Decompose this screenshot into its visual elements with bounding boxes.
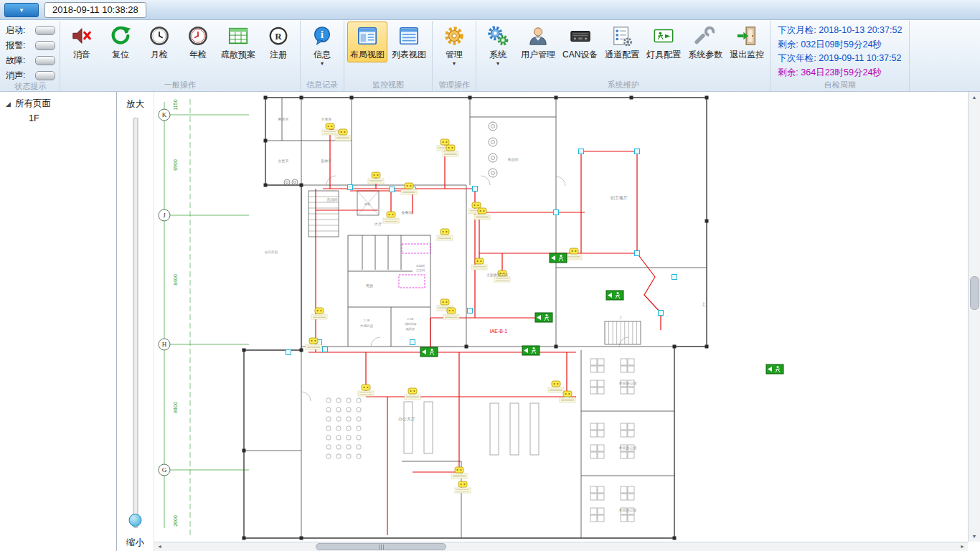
list-view-icon (398, 25, 420, 47)
svg-text:消防排烟: 消防排烟 (405, 322, 417, 326)
user-management-button[interactable]: 用户管理 (518, 22, 558, 62)
manage-button[interactable]: 管理▾ (435, 22, 473, 68)
vertical-scroll-thumb[interactable] (970, 276, 979, 310)
status-label: 消声: (6, 70, 32, 82)
button-label: 月检 (151, 49, 168, 61)
lamp-icon[interactable] (322, 123, 338, 135)
node-icon[interactable] (323, 347, 328, 352)
svg-text:J: J (163, 212, 166, 219)
scroll-down-arrow[interactable]: ▼ (969, 531, 980, 542)
ribbon-group-label: 一般操作 (63, 80, 297, 91)
zoom-in-label[interactable]: 放大 (117, 92, 154, 110)
node-icon[interactable] (468, 309, 473, 314)
exit-sign-icon[interactable] (550, 253, 567, 263)
register-icon: R (268, 25, 289, 47)
system-gears-icon (487, 25, 509, 47)
exit-sign-icon[interactable] (766, 364, 783, 374)
svg-text:2600: 2600 (173, 515, 178, 527)
node-icon[interactable] (635, 251, 640, 256)
svg-text:办公大厅: 办公大厅 (398, 416, 415, 421)
scroll-right-arrow[interactable]: ► (957, 542, 968, 551)
node-icon[interactable] (410, 340, 415, 345)
can-device-button[interactable]: CAN设备 (560, 22, 600, 62)
user-management-icon (527, 25, 549, 47)
monthly-check-button[interactable]: 月检 (141, 22, 178, 62)
svg-text:大厅: 大厅 (374, 222, 383, 226)
exit-sign-icon[interactable] (420, 347, 438, 357)
exit-sign-icon[interactable] (535, 313, 552, 322)
node-icon[interactable] (659, 311, 664, 316)
lamp-config-icon (653, 25, 674, 47)
node-icon[interactable] (473, 187, 478, 192)
node-icon[interactable] (348, 185, 353, 190)
reset-button[interactable]: 复位 (102, 22, 139, 62)
svg-text:8400: 8400 (173, 274, 178, 286)
list-view-button[interactable]: 列表视图 (389, 22, 429, 62)
lamp-icon[interactable] (548, 381, 564, 392)
ribbon-group-label: 监控视图 (347, 80, 429, 91)
system-params-button[interactable]: 系统参数 (685, 22, 725, 62)
lamp-icon[interactable] (471, 258, 487, 270)
evacuation-plan-button[interactable]: 疏散预案 (218, 22, 258, 62)
lamp-icon[interactable] (405, 388, 420, 400)
annual-check-button[interactable]: 年检 (179, 22, 217, 62)
svg-text:单间办公室: 单间办公室 (619, 446, 637, 451)
selfcheck-line: 剩余: 032日09时59分24秒 (778, 39, 902, 51)
node-icon[interactable] (672, 275, 677, 280)
horizontal-scrollbar[interactable]: ◄ ► (154, 542, 968, 551)
lamp-config-button[interactable]: 灯具配置 (644, 22, 684, 62)
lamp-icon[interactable] (311, 308, 327, 319)
exit-sign-icon[interactable] (522, 346, 540, 355)
lamp-icon[interactable] (566, 248, 582, 260)
node-icon[interactable] (635, 149, 640, 154)
caret-down-icon: ▾ (20, 6, 24, 14)
scroll-left-arrow[interactable]: ◄ (154, 542, 165, 551)
exit-monitor-button[interactable]: 退出监控 (727, 22, 767, 62)
lamp-icon[interactable] (451, 467, 467, 479)
lamp-icon[interactable] (383, 212, 399, 223)
channel-config-icon (611, 25, 633, 47)
grid-layer: KJHG11506900840084002600 (159, 99, 249, 537)
zoom-out-label[interactable]: 缩小 (117, 537, 154, 549)
layout-view-icon (357, 25, 378, 47)
svg-text:2-2B: 2-2B (407, 317, 414, 321)
lamp-icon[interactable] (437, 229, 453, 240)
ribbon-group-status: 启动:报警:故障:消声:状态提示 (1, 21, 60, 91)
ribbon-group-info-records: i信息▾信息记录 (301, 21, 344, 91)
system-button[interactable]: 系统▾ (479, 22, 517, 68)
layout-view-button[interactable]: 布局视图 (347, 22, 387, 62)
status-label: 启动: (6, 24, 32, 37)
floorplan-canvas[interactable]: KJHG11506900840084002600男更衣女更衣主食库副食库洗消间备… (154, 92, 965, 542)
evacuation-plan-icon (227, 25, 249, 47)
node-icon[interactable] (390, 187, 395, 192)
routes-layer (308, 126, 661, 535)
lamp-icon[interactable] (455, 481, 471, 493)
channel-config-button[interactable]: 通道配置 (602, 22, 642, 62)
exit-sign-icon[interactable] (606, 291, 623, 300)
tree-root-all-pages[interactable]: ◢ 所有页面 (0, 92, 116, 111)
vertical-scrollbar[interactable]: ▲ ▼ (968, 92, 980, 542)
labels-layer: 男更衣女更衣主食库副食库洗消间备餐间食品间职工餐厅主副食加工间大厅男厕无障碍卫生… (265, 117, 706, 513)
node-icon[interactable] (579, 149, 584, 154)
horizontal-scroll-thumb[interactable] (316, 543, 446, 550)
button-label: 退出监控 (730, 49, 764, 61)
node-icon[interactable] (554, 210, 559, 215)
scroll-up-arrow[interactable]: ▲ (969, 92, 980, 103)
ribbon-group-label: 信息记录 (303, 80, 341, 91)
tree-item-1f[interactable]: 1F (0, 111, 116, 123)
svg-text:上: 上 (619, 315, 623, 319)
ribbon-group-label: 管理操作 (435, 80, 473, 91)
node-icon[interactable] (286, 350, 291, 355)
zoom-slider-thumb[interactable] (129, 514, 142, 527)
register-button[interactable]: R注册 (260, 22, 297, 62)
quick-access-menu-button[interactable]: ▾ (4, 3, 39, 17)
svg-text:职工餐厅: 职工餐厅 (611, 195, 628, 200)
lamp-icon[interactable] (368, 172, 384, 184)
status-label: 故障: (6, 55, 32, 67)
zoom-slider-track[interactable] (133, 118, 138, 528)
svg-text:食品库房: 食品库房 (265, 250, 278, 254)
mute-button[interactable]: 消音 (63, 22, 100, 62)
lamp-icon[interactable] (358, 385, 374, 396)
info-button[interactable]: i信息▾ (303, 22, 341, 68)
tree-expand-icon[interactable]: ◢ (6, 100, 11, 108)
